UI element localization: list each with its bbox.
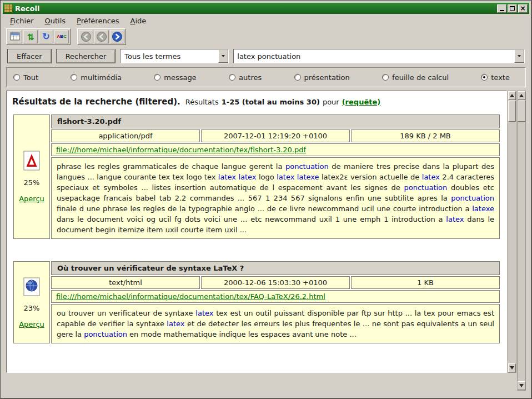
search-bar: Effacer Rechercher Tous les termes xyxy=(3,46,529,66)
menubar: Fichier Outils Préférences Aide xyxy=(3,14,529,27)
table-view-button[interactable] xyxy=(8,30,22,43)
scrollbar-thumb[interactable] xyxy=(508,101,516,122)
outer-scrollbar xyxy=(517,91,526,391)
search-mode-combo[interactable]: Tous les termes xyxy=(120,49,229,63)
result-meta-row: application/pdf 2007-12-01 12:19:20 +010… xyxy=(51,129,500,142)
results-zone: Résultats de la recherche (filtered). Ré… xyxy=(6,91,526,391)
query-details-link[interactable]: (requête) xyxy=(342,98,381,106)
close-icon: × xyxy=(520,5,525,12)
result-title: Où trouver un vérificateur de syntaxe La… xyxy=(51,261,500,275)
clear-button[interactable]: Effacer xyxy=(7,49,52,63)
sort-button[interactable]: ⇅ xyxy=(23,30,38,43)
toolbar-group-tools: ⇅ ↻ ABC xyxy=(6,28,71,45)
radio-icon xyxy=(154,74,160,81)
search-mode-value: Tous les termes xyxy=(121,49,218,63)
scroll-down-button[interactable] xyxy=(508,363,516,372)
menu-fichier[interactable]: Fichier xyxy=(5,16,39,26)
radio-icon xyxy=(481,74,488,81)
query-chevron-down-icon[interactable] xyxy=(514,49,524,63)
chevron-down-icon[interactable] xyxy=(218,49,228,63)
radio-icon xyxy=(294,74,301,81)
radio-icon xyxy=(229,74,235,81)
result-item: 23% Aperçu Où trouver un vérificateur de… xyxy=(13,261,500,343)
html-globe-icon xyxy=(23,276,40,296)
results-heading: Résultats de la recherche (filtered). Ré… xyxy=(12,97,501,107)
results-scrollbar xyxy=(508,91,516,373)
next-page-button[interactable] xyxy=(110,30,124,43)
arrow-up-icon xyxy=(510,94,514,97)
result-url-row: file:///home/michael/informatique/docume… xyxy=(51,143,500,156)
result-mime: application/pdf xyxy=(51,129,200,142)
filter-radio-tout[interactable]: Tout xyxy=(13,73,38,82)
outer-scroll-up-button[interactable] xyxy=(518,91,525,100)
result-side-panel: 25% Aperçu xyxy=(13,114,50,239)
preview-link[interactable]: Aperçu xyxy=(19,320,44,328)
outer-scroll-down-button[interactable] xyxy=(518,381,525,390)
status-bar xyxy=(3,391,529,396)
pdf-icon xyxy=(23,151,40,171)
menu-preferences[interactable]: Préférences xyxy=(72,16,124,26)
result-size: 1 KB xyxy=(351,276,500,289)
filter-radio-message[interactable]: message xyxy=(154,73,196,82)
radio-icon xyxy=(382,74,389,81)
preview-link[interactable]: Aperçu xyxy=(19,194,44,203)
history-button[interactable]: ↻ xyxy=(39,30,53,43)
outer-scrollbar-track[interactable] xyxy=(518,100,525,381)
minimize-icon xyxy=(500,10,504,11)
first-page-icon xyxy=(81,31,92,42)
spellcheck-button[interactable]: ABC xyxy=(54,30,69,43)
maximize-icon xyxy=(510,6,515,11)
prev-page-button[interactable] xyxy=(94,30,109,43)
sort-arrows-icon: ⇅ xyxy=(27,33,34,41)
filter-radio-autres[interactable]: autres xyxy=(229,73,262,82)
titlebar[interactable]: Recoll × xyxy=(3,3,529,14)
outer-scrollbar-thumb[interactable] xyxy=(518,101,525,122)
relevance-percent: 23% xyxy=(24,304,40,312)
toolbar: ⇅ ↻ ABC xyxy=(3,27,529,46)
result-size: 189 KB / 2 MB xyxy=(351,129,500,142)
result-mime: text/html xyxy=(51,276,200,289)
scroll-up-button[interactable] xyxy=(508,91,516,100)
filter-radio-presentation[interactable]: présentation xyxy=(294,73,350,82)
filter-radio-multimedia[interactable]: multimédia xyxy=(71,73,122,82)
result-url-link[interactable]: file:///home/michael/informatique/docume… xyxy=(56,146,306,154)
search-button[interactable]: Rechercher xyxy=(56,49,116,63)
filter-radio-feuille-de-calcul[interactable]: feuille de calcul xyxy=(382,73,449,82)
results-range: 1-25 (total au moins 30) xyxy=(222,98,320,106)
window-controls: × xyxy=(497,4,528,13)
menu-aide[interactable]: Aide xyxy=(126,16,152,26)
menu-outils[interactable]: Outils xyxy=(40,16,71,26)
radio-icon xyxy=(71,74,77,81)
minimize-button[interactable] xyxy=(497,4,506,13)
window-title: Recoll xyxy=(15,4,494,13)
close-button[interactable]: × xyxy=(518,4,528,13)
prev-page-icon xyxy=(96,31,107,42)
result-meta-row: text/html 2000-12-06 15:03:30 +0100 1 KB xyxy=(51,276,500,289)
arrow-down-icon xyxy=(519,384,524,387)
result-abstract: ou trouver un verificateur de syntaxe la… xyxy=(51,304,500,343)
arrow-down-icon xyxy=(510,366,514,370)
result-item: 25% Aperçu flshort-3.20.pdf application/… xyxy=(13,114,500,239)
result-date: 2000-12-06 15:03:30 +0100 xyxy=(201,276,350,289)
maximize-button[interactable] xyxy=(508,4,517,13)
history-icon: ↻ xyxy=(42,32,49,41)
relevance-percent: 25% xyxy=(24,178,40,187)
result-side-panel: 23% Aperçu xyxy=(13,261,50,343)
next-page-icon xyxy=(112,31,123,42)
first-page-button[interactable] xyxy=(79,30,93,43)
arrow-up-icon xyxy=(519,94,524,97)
table-view-icon xyxy=(10,32,20,41)
spellcheck-icon: ABC xyxy=(57,34,66,39)
result-url-link[interactable]: file:///home/michael/informatique/docume… xyxy=(56,292,325,301)
result-url-row: file:///home/michael/informatique/docume… xyxy=(51,290,500,303)
search-query-combo xyxy=(233,49,525,63)
results-list[interactable]: Résultats de la recherche (filtered). Ré… xyxy=(6,91,507,373)
radio-icon xyxy=(13,74,20,81)
toolbar-group-nav xyxy=(77,28,126,45)
result-table: flshort-3.20.pdf application/pdf 2007-12… xyxy=(51,114,500,239)
scrollbar-track[interactable] xyxy=(508,100,516,363)
results-heading-title: Résultats de la recherche (filtered). xyxy=(12,97,180,107)
filter-radio-texte[interactable]: texte xyxy=(481,73,510,82)
search-input[interactable] xyxy=(234,49,514,63)
result-date: 2007-12-01 12:19:20 +0100 xyxy=(201,129,350,142)
